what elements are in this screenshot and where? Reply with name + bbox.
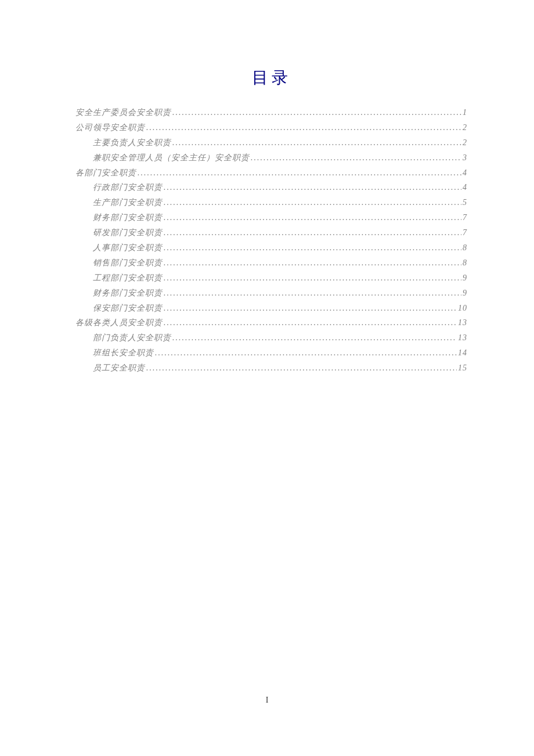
toc-entry-label: 安全生产委员会安全职责 [75,105,171,120]
toc-entry[interactable]: 各部门安全职责.................................… [75,165,467,181]
toc-entry-page: 2 [463,135,467,150]
toc-entry-label: 人事部门安全职责 [93,240,163,255]
toc-entry-leader: ........................................… [146,120,461,135]
toc-entry-label: 财务部门安全职责 [93,286,163,301]
toc-entry-leader: ........................................… [164,210,461,225]
toc-entry-label: 各级各类人员安全职责 [75,315,163,330]
toc-entry-page: 4 [463,180,467,195]
toc-entry-leader: ........................................… [146,361,457,376]
table-of-contents: 安全生产委员会安全职责.............................… [75,105,467,376]
toc-entry-leader: ........................................… [164,240,461,255]
toc-entry[interactable]: 兼职安全管理人员（安全主任）安全职责......................… [75,150,467,165]
toc-entry-label: 班组长安全职责 [93,345,154,361]
toc-entry-leader: ........................................… [138,165,461,181]
toc-title: 目录 [75,67,467,89]
toc-entry-label: 各部门安全职责 [75,165,136,181]
toc-entry-leader: ........................................… [155,345,457,361]
toc-entry-page: 1 [463,105,467,120]
toc-entry-label: 主要负责人安全职责 [93,135,171,150]
toc-entry[interactable]: 公司领导安全职责................................… [75,120,467,135]
toc-entry[interactable]: 班组长安全职责.................................… [75,345,467,361]
toc-entry-label: 公司领导安全职责 [75,120,145,135]
toc-entry[interactable]: 人事部门安全职责................................… [75,240,467,255]
toc-entry-leader: ........................................… [172,135,461,150]
toc-entry-leader: ........................................… [164,301,457,316]
toc-entry-leader: ........................................… [164,255,461,271]
toc-entry-leader: ........................................… [251,150,461,165]
toc-entry-label: 保安部门安全职责 [93,301,163,316]
toc-entry-label: 销售部门安全职责 [93,255,163,271]
toc-entry-page: 4 [463,165,467,181]
toc-entry-page: 13 [458,330,467,345]
toc-entry-label: 员工安全职责 [93,361,145,376]
toc-entry-label: 财务部门安全职责 [93,210,163,225]
document-page: 目录 安全生产委员会安全职责..........................… [0,0,534,376]
toc-entry-page: 9 [463,286,467,301]
toc-entry-page: 15 [458,361,467,376]
toc-entry-label: 部门负责人安全职责 [93,330,171,345]
toc-entry-page: 5 [463,195,467,210]
toc-entry-label: 研发部门安全职责 [93,225,163,240]
toc-entry-page: 7 [463,210,467,225]
toc-entry[interactable]: 保安部门安全职责................................… [75,301,467,316]
toc-entry[interactable]: 销售部门安全职责................................… [75,255,467,271]
toc-entry[interactable]: 安全生产委员会安全职责.............................… [75,105,467,120]
toc-entry-label: 行政部门安全职责 [93,180,163,195]
toc-entry-page: 14 [458,345,467,361]
toc-entry-leader: ........................................… [164,271,461,286]
toc-entry-label: 生产部门安全职责 [93,195,163,210]
toc-entry-leader: ........................................… [172,330,457,345]
toc-entry[interactable]: 研发部门安全职责................................… [75,225,467,240]
toc-entry-page: 9 [463,271,467,286]
toc-entry-page: 7 [463,225,467,240]
toc-entry[interactable]: 财务部门安全职责................................… [75,210,467,225]
toc-entry-label: 兼职安全管理人员（安全主任）安全职责 [93,150,250,165]
toc-entry-leader: ........................................… [164,180,461,195]
toc-entry-page: 8 [463,255,467,271]
toc-entry-page: 2 [463,120,467,135]
toc-entry-page: 10 [458,301,467,316]
toc-entry-leader: ........................................… [164,195,461,210]
toc-entry-leader: ........................................… [164,286,461,301]
toc-entry[interactable]: 工程部门安全职责................................… [75,271,467,286]
toc-entry-page: 8 [463,240,467,255]
toc-entry[interactable]: 主要负责人安全职责...............................… [75,135,467,150]
toc-entry[interactable]: 员工安全职责..................................… [75,361,467,376]
toc-entry-leader: ........................................… [164,225,461,240]
toc-entry[interactable]: 财务部门安全职责................................… [75,286,467,301]
toc-entry[interactable]: 生产部门安全职责................................… [75,195,467,210]
toc-entry-label: 工程部门安全职责 [93,271,163,286]
page-number-footer: I [0,696,534,705]
toc-entry-leader: ........................................… [164,315,457,330]
toc-entry-page: 13 [458,315,467,330]
toc-entry[interactable]: 各级各类人员安全职责..............................… [75,315,467,330]
toc-entry[interactable]: 行政部门安全职责................................… [75,180,467,195]
toc-entry-leader: ........................................… [172,105,461,120]
toc-entry-page: 3 [463,150,467,165]
toc-entry[interactable]: 部门负责人安全职责...............................… [75,330,467,345]
